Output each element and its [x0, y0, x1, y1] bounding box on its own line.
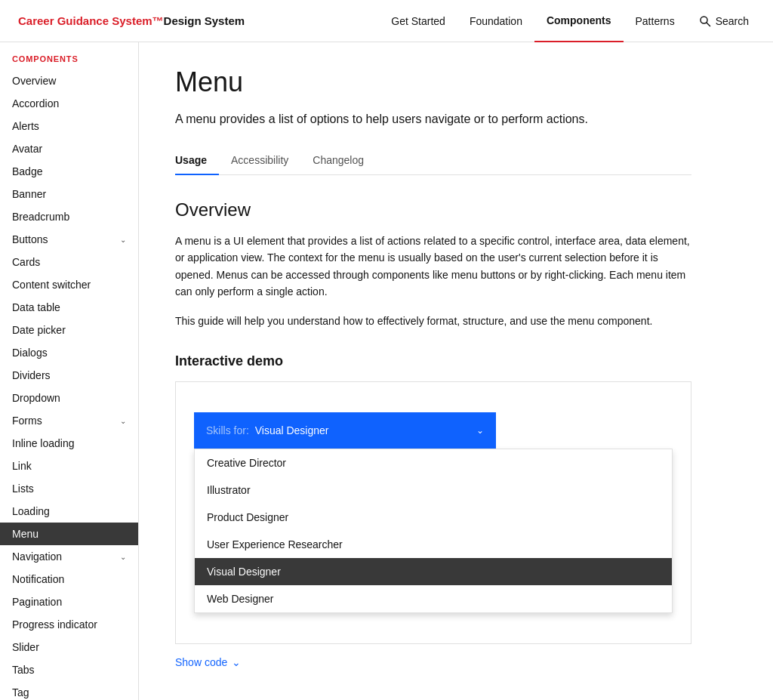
- tab-accessibility[interactable]: Accessibility: [231, 146, 300, 175]
- chevron-down-icon: ⌄: [476, 425, 484, 436]
- chevron-down-icon: ⌄: [120, 236, 126, 244]
- sidebar-item-avatar[interactable]: Avatar: [0, 137, 138, 160]
- search-label: Search: [716, 15, 749, 27]
- sidebar-item-breadcrumb[interactable]: Breadcrumb: [0, 205, 138, 228]
- sidebar-item-link[interactable]: Link: [0, 455, 138, 477]
- sidebar-item-navigation[interactable]: Navigation ⌄: [0, 545, 138, 568]
- sidebar-item-alerts[interactable]: Alerts: [0, 115, 138, 137]
- sidebar-item-buttons[interactable]: Buttons ⌄: [0, 228, 138, 251]
- nav-item-patterns[interactable]: Patterns: [624, 0, 687, 42]
- sidebar-item-overview[interactable]: Overview: [0, 69, 138, 92]
- search-icon: [699, 15, 711, 27]
- overview-text-1: A menu is a UI element that provides a l…: [175, 233, 691, 301]
- page-tabs: Usage Accessibility Changelog: [175, 146, 691, 175]
- dropdown-value: Visual Designer: [255, 424, 329, 436]
- page-subtitle: A menu provides a list of options to hel…: [175, 110, 691, 128]
- sidebar-item-slider[interactable]: Slider: [0, 636, 138, 658]
- overview-text-2: This guide will help you understand how …: [175, 313, 691, 329]
- sidebar-item-tabs[interactable]: Tabs: [0, 658, 138, 681]
- tab-usage[interactable]: Usage: [175, 146, 219, 175]
- nav-item-components[interactable]: Components: [534, 0, 624, 42]
- skills-dropdown-button[interactable]: Skills for: Visual Designer ⌄: [194, 412, 496, 449]
- chevron-down-icon: ⌄: [232, 656, 241, 668]
- menu-item-illustrator[interactable]: Illustrator: [195, 476, 672, 504]
- top-nav: Career Guidance System™ Design System Ge…: [0, 0, 773, 42]
- sidebar-section-label: COMPONENTS: [0, 54, 138, 63]
- demo-section: Interactive demo Skills for: Visual Desi…: [175, 353, 691, 668]
- nav-links: Get Started Foundation Components Patter…: [379, 0, 686, 42]
- menu-item-web-designer[interactable]: Web Designer: [195, 585, 672, 612]
- show-code-label: Show code: [175, 656, 227, 668]
- demo-title: Interactive demo: [175, 353, 691, 369]
- sidebar-item-accordion[interactable]: Accordion: [0, 92, 138, 115]
- dropdown-prefix: Skills for:: [206, 424, 249, 436]
- overview-section: Overview A menu is a UI element that pro…: [175, 199, 691, 329]
- sidebar-item-cards[interactable]: Cards: [0, 251, 138, 273]
- sidebar-item-inline-loading[interactable]: Inline loading: [0, 432, 138, 455]
- sidebar-item-forms[interactable]: Forms ⌄: [0, 409, 138, 432]
- show-code-button[interactable]: Show code ⌄: [175, 656, 241, 668]
- sidebar-item-dropdown[interactable]: Dropdown: [0, 387, 138, 409]
- sidebar-item-dividers[interactable]: Dividers: [0, 364, 138, 387]
- sidebar-item-dialogs[interactable]: Dialogs: [0, 341, 138, 364]
- menu-item-ux-researcher[interactable]: User Experience Researcher: [195, 531, 672, 558]
- menu-item-product-designer[interactable]: Product Designer: [195, 504, 672, 531]
- sidebar-item-content-switcher[interactable]: Content switcher: [0, 273, 138, 296]
- brand-name-red: Career Guidance System™: [18, 14, 164, 27]
- sidebar: COMPONENTS Overview Accordion Alerts Ava…: [0, 42, 139, 700]
- page-title: Menu: [175, 66, 691, 98]
- sidebar-item-loading[interactable]: Loading: [0, 500, 138, 523]
- sidebar-item-date-picker[interactable]: Date picker: [0, 319, 138, 341]
- sidebar-item-notification[interactable]: Notification: [0, 568, 138, 591]
- brand: Career Guidance System™ Design System: [18, 14, 245, 27]
- brand-name-black: Design System: [164, 14, 245, 27]
- demo-container: Skills for: Visual Designer ⌄ Creative D…: [175, 381, 691, 644]
- sidebar-item-pagination[interactable]: Pagination: [0, 591, 138, 613]
- svg-line-1: [707, 23, 710, 26]
- search-button[interactable]: Search: [693, 15, 755, 27]
- sidebar-item-lists[interactable]: Lists: [0, 477, 138, 500]
- nav-item-foundation[interactable]: Foundation: [457, 0, 534, 42]
- chevron-down-icon: ⌄: [120, 553, 126, 561]
- tab-changelog[interactable]: Changelog: [313, 146, 376, 175]
- sidebar-item-progress-indicator[interactable]: Progress indicator: [0, 613, 138, 636]
- sidebar-item-menu[interactable]: Menu: [0, 523, 138, 545]
- menu-item-visual-designer[interactable]: Visual Designer: [195, 558, 672, 585]
- sidebar-item-data-table[interactable]: Data table: [0, 296, 138, 319]
- overview-title: Overview: [175, 199, 691, 220]
- sidebar-item-badge[interactable]: Badge: [0, 160, 138, 183]
- sidebar-item-banner[interactable]: Banner: [0, 183, 138, 205]
- menu-item-creative-director[interactable]: Creative Director: [195, 449, 672, 476]
- dropdown-label: Skills for: Visual Designer: [206, 424, 328, 436]
- chevron-down-icon: ⌄: [120, 417, 126, 425]
- main-content: Menu A menu provides a list of options t…: [139, 42, 728, 700]
- layout: COMPONENTS Overview Accordion Alerts Ava…: [0, 42, 773, 700]
- nav-item-get-started[interactable]: Get Started: [379, 0, 457, 42]
- sidebar-item-tag[interactable]: Tag: [0, 681, 138, 700]
- dropdown-menu: Creative Director Illustrator Product De…: [194, 449, 673, 613]
